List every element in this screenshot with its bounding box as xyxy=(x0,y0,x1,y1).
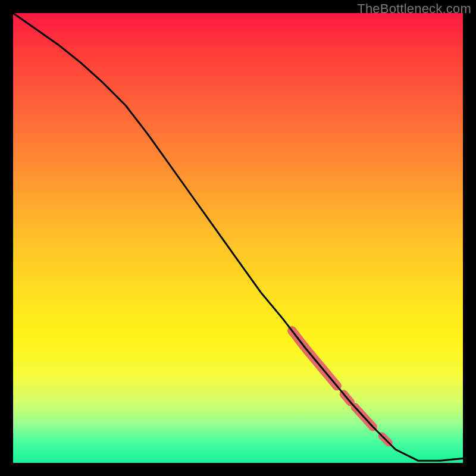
line-layer xyxy=(13,13,463,461)
chart-frame: TheBottleneck.com xyxy=(0,0,476,476)
chart-overlay xyxy=(0,0,476,476)
highlight-layer xyxy=(292,331,389,443)
series-curve xyxy=(13,13,463,461)
